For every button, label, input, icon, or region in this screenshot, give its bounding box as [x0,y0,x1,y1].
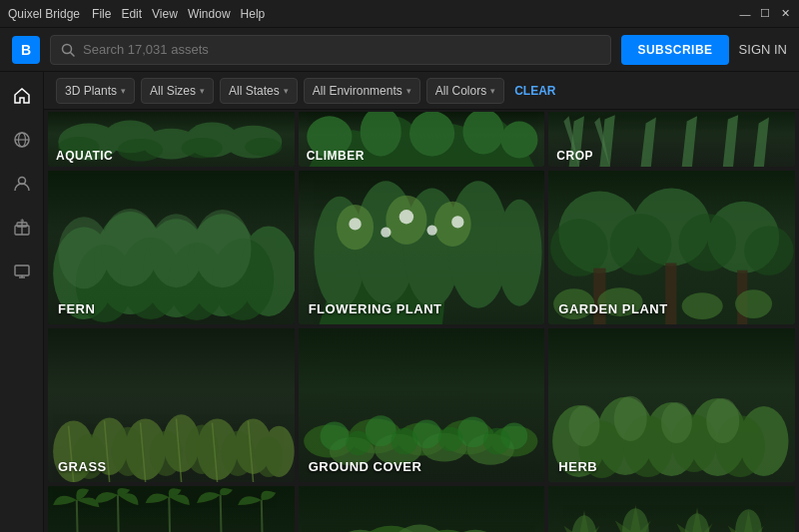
titlebar-left: Quixel Bridge File Edit View Window Help [8,7,265,21]
svg-point-74 [112,427,145,476]
grass-item[interactable]: GRASS [48,328,295,482]
svg-point-48 [399,210,412,224]
menu-window[interactable]: Window [188,7,231,21]
all-sizes-filter[interactable]: All Sizes ▾ [141,78,214,104]
herb-item[interactable]: HERB [548,328,795,482]
svg-point-78 [255,436,284,477]
svg-line-119 [221,495,223,532]
sidebar-monitor[interactable] [8,258,36,285]
sidebar [0,72,44,532]
svg-point-56 [610,214,672,275]
svg-point-99 [346,431,371,456]
subscribe-button[interactable]: SUBSCRIBE [621,35,728,65]
main-content: AQUATIC CLIMBER [44,110,799,532]
svg-point-47 [349,218,361,230]
shrub-item[interactable] [299,486,545,532]
svg-point-135 [735,510,762,532]
chevron-down-icon: ▾ [121,86,126,96]
filterbar: 3D Plants ▾ All Sizes ▾ All States ▾ All… [44,72,799,110]
svg-point-115 [707,398,740,443]
climber-label: CLIMBER [307,149,365,163]
climber-item-partial[interactable]: CLIMBER [299,112,545,167]
flowering-plant-label: FLOWERING PLANT [309,301,442,316]
crop-label: CROP [556,149,593,163]
minimize-button[interactable]: — [739,8,751,20]
chevron-down-icon: ▾ [490,86,495,96]
svg-point-57 [679,214,737,271]
svg-point-102 [483,428,510,455]
3d-plants-filter[interactable]: 3D Plants ▾ [56,78,135,104]
search-bar[interactable] [50,35,611,65]
ground-cover-item[interactable]: GROUND COVER [299,328,545,482]
chevron-down-icon: ▾ [406,86,411,96]
main-grid: FERN [48,171,795,482]
aquatic-item[interactable]: AQUATIC [48,112,295,167]
svg-point-100 [391,428,417,455]
all-states-filter[interactable]: All States ▾ [220,78,298,104]
app-name: Quixel Bridge [8,7,80,21]
flowering-plant-item[interactable]: FLOWERING PLANT [299,171,545,324]
svg-point-43 [496,200,541,306]
svg-point-113 [614,396,647,441]
svg-rect-9 [15,266,29,275]
sidebar-user[interactable] [8,170,36,198]
maximize-button[interactable]: ☐ [759,8,771,20]
all-colors-filter[interactable]: All Colors ▾ [426,78,504,104]
svg-line-116 [77,500,79,532]
menu-edit[interactable]: Edit [121,7,142,21]
app-icon: B [12,36,40,64]
search-icon [61,43,75,57]
herb-label: HERB [558,459,597,474]
clear-filters-button[interactable]: CLEAR [514,84,555,98]
partial-row: AQUATIC CLIMBER [48,112,795,167]
svg-point-55 [550,219,608,276]
chevron-down-icon: ▾ [200,86,205,96]
navbar: B SUBSCRIBE SIGN IN [0,28,799,72]
search-input[interactable] [83,42,600,57]
garden-plant-item[interactable]: GARDEN PLANT [548,171,795,324]
svg-point-50 [381,228,391,238]
crop-item-partial[interactable]: CROP [548,112,795,167]
svg-point-94 [320,422,349,451]
ground-cover-label: GROUND COVER [309,459,422,474]
svg-point-134 [685,514,710,532]
menu-help[interactable]: Help [241,7,266,21]
svg-point-112 [569,405,600,446]
svg-point-19 [182,138,223,159]
svg-point-20 [245,138,282,156]
palm-item[interactable] [48,486,295,532]
chevron-down-icon: ▾ [284,86,289,96]
titlebar-controls: — ☐ ✕ [739,8,791,20]
weed-plants-image [548,486,795,532]
svg-point-132 [572,516,597,532]
menu-view[interactable]: View [152,7,178,21]
svg-point-18 [118,139,163,162]
palm-plants-image [48,486,295,532]
signin-button[interactable]: SIGN IN [739,42,787,57]
svg-point-133 [622,508,649,532]
grass-label: GRASS [58,459,107,474]
sidebar-home[interactable] [8,82,36,110]
svg-line-118 [169,497,171,532]
svg-point-23 [409,112,454,156]
aquatic-label: AQUATIC [56,149,113,163]
svg-line-120 [262,500,264,532]
titlebar: Quixel Bridge File Edit View Window Help… [0,0,799,28]
shrub-plants-image [299,486,545,532]
garden-plant-label: GARDEN PLANT [558,301,667,316]
menu-file[interactable]: File [92,7,111,21]
sidebar-globe[interactable] [8,126,36,154]
all-environments-filter[interactable]: All Environments ▾ [304,78,420,104]
close-button[interactable]: ✕ [779,8,791,20]
svg-line-1 [71,52,75,56]
svg-point-101 [437,427,462,452]
weed-item[interactable] [548,486,795,532]
bottom-row [48,486,795,532]
titlebar-menu: File Edit View Window Help [92,7,265,21]
fern-item[interactable]: FERN [48,171,295,324]
svg-point-114 [661,402,692,443]
svg-point-58 [745,226,794,274]
svg-line-117 [118,495,120,532]
sidebar-gift[interactable] [8,214,36,242]
svg-point-51 [426,225,436,235]
